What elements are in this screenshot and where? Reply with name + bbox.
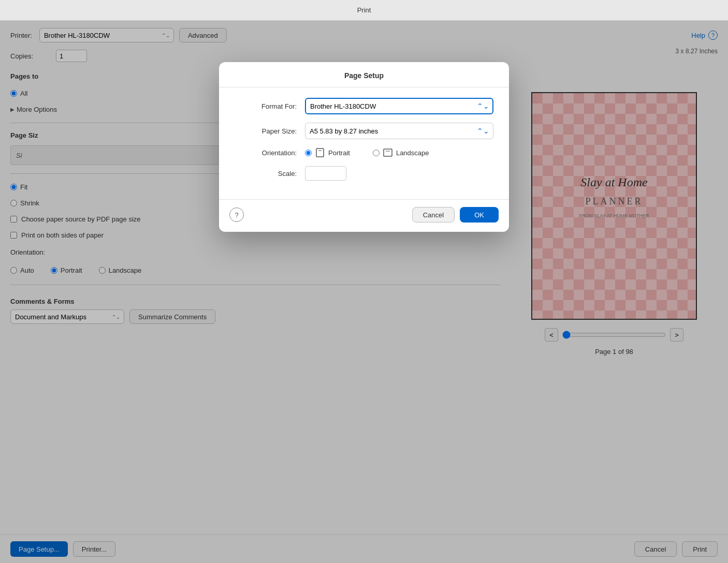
modal-portrait-option: Portrait — [305, 147, 350, 158]
modal-landscape-option: Landscape — [373, 147, 429, 158]
modal-scale-input[interactable]: 100% — [305, 166, 346, 181]
modal-paper-size-label: Paper Size: — [235, 127, 297, 135]
modal-format-for-row: Format For: Brother HL-3180CDW Any Print… — [235, 98, 493, 114]
modal-footer: ? Cancel OK — [219, 199, 509, 232]
modal-scale-row: Scale: 100% — [235, 166, 493, 181]
modal-overlay: Page Setup Format For: Brother HL-3180CD… — [0, 21, 728, 563]
svg-rect-12 — [384, 149, 392, 156]
title-bar: Print — [0, 0, 728, 21]
modal-title: Page Setup — [344, 71, 384, 80]
modal-paper-size-row: Paper Size: A5 5.83 by 8.27 inches A4 8.… — [235, 123, 493, 139]
modal-paper-select-wrapper[interactable]: A5 5.83 by 8.27 inches A4 8.27 by 11.69 … — [305, 123, 493, 139]
modal-scale-label: Scale: — [235, 170, 297, 177]
print-dialog: Printer: Brother HL-3180CDW ⌃⌄ Advanced … — [0, 21, 728, 563]
modal-orientation-label: Orientation: — [235, 149, 297, 157]
modal-orientation-options: Portrait Landscape — [305, 147, 442, 158]
landscape-page-icon — [383, 147, 393, 158]
portrait-page-icon — [315, 147, 325, 158]
modal-landscape-label: Landscape — [396, 149, 429, 157]
page-setup-modal: Page Setup Format For: Brother HL-3180CD… — [219, 62, 509, 232]
modal-cancel-button[interactable]: Cancel — [412, 207, 455, 223]
modal-portrait-label: Portrait — [328, 149, 350, 157]
modal-landscape-radio[interactable] — [373, 150, 380, 156]
modal-body: Format For: Brother HL-3180CDW Any Print… — [219, 87, 509, 199]
modal-ok-button[interactable]: OK — [460, 207, 499, 223]
modal-title-bar: Page Setup — [219, 62, 509, 87]
modal-paper-select[interactable]: A5 5.83 by 8.27 inches A4 8.27 by 11.69 … — [305, 123, 493, 139]
window-title: Print — [357, 6, 371, 14]
modal-orientation-row: Orientation: Portrait — [235, 147, 493, 158]
modal-help-button[interactable]: ? — [229, 208, 244, 222]
svg-rect-10 — [316, 149, 324, 157]
modal-format-select[interactable]: Brother HL-3180CDW Any Printer — [305, 98, 493, 114]
modal-format-for-label: Format For: — [235, 102, 297, 110]
modal-portrait-radio[interactable] — [305, 150, 312, 156]
modal-format-select-wrapper[interactable]: Brother HL-3180CDW Any Printer ⌃⌄ — [305, 98, 493, 114]
